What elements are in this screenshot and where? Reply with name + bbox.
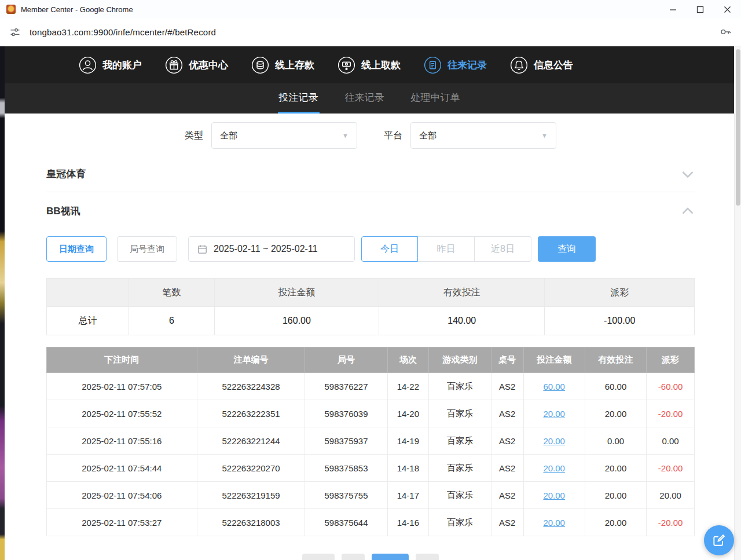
nav-label: 线上取款 bbox=[361, 58, 401, 72]
cell-payout: -60.00 bbox=[647, 373, 695, 400]
date-range-value: 2025-02-11 ~ 2025-02-11 bbox=[214, 244, 318, 254]
summary-total-row: 总计 6 160.00 140.00 -100.00 bbox=[47, 307, 695, 335]
cell-bet_amount[interactable]: 60.00 bbox=[523, 373, 585, 400]
site-settings-icon[interactable] bbox=[9, 27, 21, 38]
cell-bet_amount[interactable]: 20.00 bbox=[523, 482, 585, 509]
nav-item-deposit[interactable]: 线上存款 bbox=[251, 56, 314, 74]
cell-bet_no: 522263222351 bbox=[197, 400, 305, 427]
type-filter-label: 类型 bbox=[185, 130, 203, 142]
cell-round_no: 598376039 bbox=[305, 400, 387, 427]
filter-row: 类型 全部 ▼ 平台 全部 ▼ bbox=[46, 122, 695, 149]
tab-processing-orders[interactable]: 处理中订单 bbox=[410, 83, 461, 114]
edit-fab[interactable] bbox=[704, 525, 734, 555]
yesterday-button[interactable]: 昨日 bbox=[418, 236, 475, 262]
pagination-button[interactable] bbox=[372, 554, 409, 560]
chevron-down-icon[interactable] bbox=[681, 167, 695, 181]
today-button[interactable]: 今日 bbox=[361, 236, 418, 262]
cell-bet_amount[interactable]: 20.00 bbox=[523, 509, 585, 536]
table-row: 2025-02-11 07:55:16522263221244598375937… bbox=[47, 427, 695, 455]
password-key-icon[interactable] bbox=[719, 25, 732, 40]
cell-session: 14-16 bbox=[387, 509, 429, 536]
cell-table_no: AS2 bbox=[491, 509, 523, 536]
tab-bet-records[interactable]: 投注记录 bbox=[278, 83, 320, 114]
url-bar[interactable]: tongbao31.com:9900/infe/mcenter/#/betRec… bbox=[0, 19, 741, 46]
quick-date-group: 今日 昨日 近8日 bbox=[361, 236, 531, 262]
cell-bet_amount[interactable]: 20.00 bbox=[523, 400, 585, 427]
search-button[interactable]: 查询 bbox=[538, 236, 596, 262]
summary-count: 6 bbox=[129, 307, 215, 335]
col-bet-time: 下注时间 bbox=[47, 347, 197, 373]
col-bet-amount: 投注金额 bbox=[523, 347, 585, 373]
calendar-icon bbox=[197, 244, 208, 255]
summary-bet-amount: 160.00 bbox=[214, 307, 379, 335]
records-icon bbox=[424, 56, 442, 74]
cell-time: 2025-02-11 07:53:27 bbox=[47, 509, 197, 536]
chevron-up-icon[interactable] bbox=[681, 204, 695, 218]
type-select[interactable]: 全部 ▼ bbox=[211, 122, 357, 149]
cell-bet_no: 522263224328 bbox=[197, 373, 305, 400]
cell-game: 百家乐 bbox=[429, 427, 491, 455]
cell-round_no: 598375755 bbox=[305, 482, 387, 509]
close-icon bbox=[724, 6, 731, 13]
cell-valid_bet: 20.00 bbox=[585, 482, 646, 509]
scrollbar-thumb[interactable] bbox=[736, 49, 740, 206]
nav-label: 线上存款 bbox=[275, 58, 314, 72]
title-bar: Member Center - Google Chrome bbox=[0, 0, 741, 19]
chevron-down-icon: ▼ bbox=[342, 132, 349, 139]
cell-time: 2025-02-11 07:54:44 bbox=[47, 455, 197, 482]
background-window-strip bbox=[0, 46, 5, 560]
summary-header-payout: 派彩 bbox=[545, 279, 695, 307]
section-bb-video[interactable]: BB视讯 bbox=[46, 192, 695, 229]
section-crown-sports[interactable]: 皇冠体育 bbox=[46, 156, 695, 192]
summary-header-count: 笔数 bbox=[129, 279, 215, 307]
pagination bbox=[46, 554, 695, 560]
pagination-button[interactable] bbox=[342, 554, 365, 560]
date-query-button[interactable]: 日期查询 bbox=[46, 236, 107, 262]
sub-tabs: 投注记录 往来记录 处理中订单 bbox=[5, 83, 734, 114]
cell-game: 百家乐 bbox=[429, 455, 491, 482]
section-title: BB视讯 bbox=[46, 204, 80, 218]
cell-table_no: AS2 bbox=[491, 455, 523, 482]
deposit-icon bbox=[251, 56, 269, 74]
nav-item-my-account[interactable]: 我的账户 bbox=[79, 56, 142, 74]
table-row: 2025-02-11 07:53:27522263218003598375644… bbox=[47, 509, 695, 536]
user-icon bbox=[79, 56, 97, 74]
cell-payout: -20.00 bbox=[647, 509, 695, 536]
last8days-button[interactable]: 近8日 bbox=[475, 236, 531, 262]
cell-payout: -20.00 bbox=[647, 455, 695, 482]
nav-item-records[interactable]: 往来记录 bbox=[424, 56, 487, 74]
date-range-input[interactable]: 2025-02-11 ~ 2025-02-11 bbox=[188, 236, 355, 262]
cell-bet_no: 522263220270 bbox=[197, 455, 305, 482]
window-favicon bbox=[6, 5, 16, 14]
cell-session: 14-22 bbox=[387, 373, 429, 400]
col-session: 场次 bbox=[387, 347, 429, 373]
nav-label: 信息公告 bbox=[534, 58, 573, 72]
main-nav: 我的账户 优惠中心 线上存款 线上取款 往来记录 信息公告 bbox=[5, 46, 734, 83]
platform-select[interactable]: 全部 ▼ bbox=[410, 122, 556, 149]
nav-item-withdraw[interactable]: 线上取款 bbox=[338, 56, 401, 74]
nav-item-announcements[interactable]: 信息公告 bbox=[510, 56, 573, 74]
cell-round_no: 598375937 bbox=[305, 427, 387, 455]
window-title: Member Center - Google Chrome bbox=[21, 5, 659, 14]
cell-bet_amount[interactable]: 20.00 bbox=[523, 427, 585, 455]
scrollbar[interactable] bbox=[734, 46, 741, 560]
col-payout: 派彩 bbox=[647, 347, 695, 373]
cell-bet_amount[interactable]: 20.00 bbox=[523, 455, 585, 482]
cell-table_no: AS2 bbox=[491, 482, 523, 509]
pagination-button[interactable] bbox=[302, 554, 335, 560]
url-text[interactable]: tongbao31.com:9900/infe/mcenter/#/betRec… bbox=[30, 27, 710, 37]
round-query-button[interactable]: 局号查询 bbox=[117, 236, 177, 262]
table-row: 2025-02-11 07:54:06522263219159598375755… bbox=[47, 482, 695, 509]
nav-item-promotions[interactable]: 优惠中心 bbox=[165, 56, 228, 74]
cell-bet_no: 522263221244 bbox=[197, 427, 305, 455]
pagination-button[interactable] bbox=[416, 554, 439, 560]
minimize-button[interactable] bbox=[659, 0, 687, 19]
close-button[interactable] bbox=[714, 0, 741, 19]
maximize-button[interactable] bbox=[687, 0, 714, 19]
bet-table: 下注时间 注单编号 局号 场次 游戏类别 桌号 投注金额 有效投注 派彩 202… bbox=[46, 347, 695, 536]
cell-table_no: AS2 bbox=[491, 427, 523, 455]
tab-transaction-records[interactable]: 往来记录 bbox=[344, 83, 386, 114]
cell-bet_no: 522263218003 bbox=[197, 509, 305, 536]
bet-table-body: 2025-02-11 07:57:05522263224328598376227… bbox=[47, 373, 695, 536]
cell-table_no: AS2 bbox=[491, 400, 523, 427]
